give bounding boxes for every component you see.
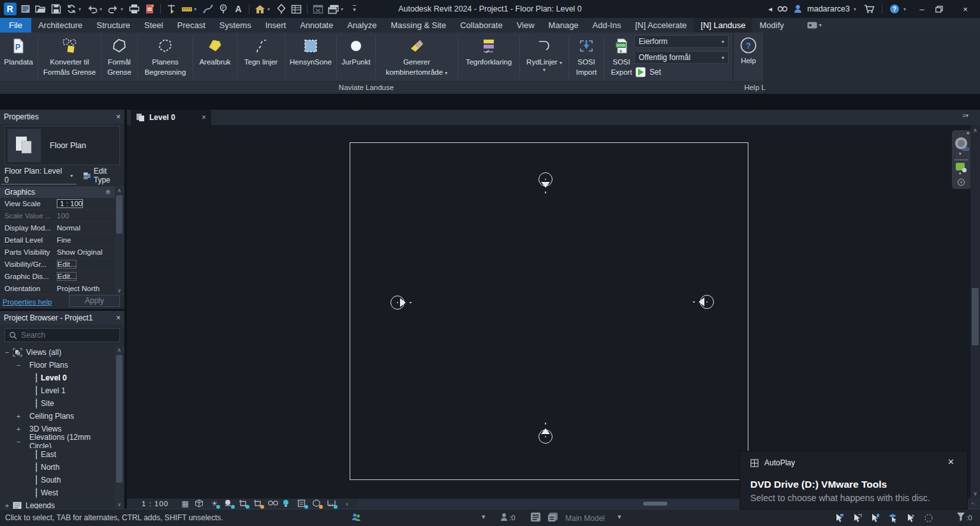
expand-icon[interactable]: + (15, 412, 22, 420)
scroll-down-icon[interactable]: ∨ (115, 502, 124, 507)
tab-insert[interactable]: Insert (258, 18, 293, 33)
properties-panel-header[interactable]: Properties × (0, 110, 124, 124)
select-links-toggle[interactable] (835, 513, 844, 523)
collapse-icon[interactable]: − (15, 361, 22, 369)
username[interactable]: madararce3 (807, 4, 850, 13)
temp-view-icon[interactable] (297, 499, 308, 508)
plandata-button[interactable]: PPlandata (0, 33, 37, 81)
sync-icon[interactable] (64, 3, 78, 16)
shadows-icon[interactable] (224, 499, 234, 508)
crop-view-icon[interactable] (239, 499, 249, 508)
steering-wheel-icon[interactable]: 2D (955, 137, 967, 149)
collapse-section-icon[interactable]: ⟰ (105, 189, 110, 195)
close-icon[interactable]: ✕ (947, 457, 954, 467)
visual-style-icon[interactable] (195, 499, 205, 508)
scrollbar-thumb[interactable] (972, 288, 979, 345)
apply-button[interactable]: Apply (69, 295, 120, 307)
tree-item-level-1[interactable]: Level 1 (0, 384, 115, 397)
close-button[interactable]: × (957, 4, 974, 14)
scroll-up-icon[interactable]: ∧ (115, 188, 124, 193)
tree-item-level-0[interactable]: Level 0 (0, 372, 115, 384)
minimize-button[interactable]: – (914, 4, 930, 14)
close-icon[interactable]: × (202, 113, 206, 122)
home-icon[interactable] (253, 3, 267, 16)
displacement-icon[interactable] (312, 499, 322, 508)
select-by-face-toggle[interactable] (888, 513, 898, 523)
close-icon[interactable]: × (116, 112, 121, 121)
spline-icon[interactable] (201, 3, 214, 16)
chevron-down-icon[interactable]: ▾ (341, 6, 346, 12)
generer-kombinertområde-button[interactable]: Genererkombinertområde ▾ (376, 33, 457, 81)
search-input[interactable] (21, 331, 104, 340)
main-model-icon[interactable] (547, 512, 558, 522)
main-model-dropdown[interactable]: Main Model (565, 514, 605, 523)
chevron-down-icon[interactable]: ▾ (482, 513, 486, 521)
tab--n-landuse[interactable]: [N] Landuse (694, 18, 752, 33)
tree-item-views-all-[interactable]: −Views (all) (0, 346, 115, 359)
tab-annotate[interactable]: Annotate (293, 18, 340, 33)
help-button[interactable]: ? Help (734, 33, 763, 81)
zoom-tool-icon[interactable] (956, 163, 965, 170)
chevron-down-icon[interactable]: ▾ (100, 6, 105, 12)
selection-set-icon[interactable] (924, 513, 933, 523)
graphics-section-header[interactable]: Graphics ⟰ (0, 186, 115, 198)
tab-architecture[interactable]: Architecture (31, 18, 89, 33)
export-icon[interactable] (143, 3, 156, 16)
qat-more[interactable]: ▾ (348, 3, 361, 16)
cart-icon[interactable] (864, 4, 875, 13)
constraints-icon[interactable] (327, 499, 337, 508)
type-selector-value[interactable]: Floor Plan: Level 0 (0, 167, 66, 184)
tree-item-north[interactable]: North (0, 461, 115, 474)
edit-type-button[interactable]: Edit Type (83, 167, 124, 184)
planens-begrensning-button[interactable]: PlanensBegrensning (138, 33, 192, 81)
formål-grense-button[interactable]: FormålGrense (102, 33, 137, 81)
sosi-import-button[interactable]: SOSIImport (570, 33, 603, 81)
properties-scrollbar[interactable]: ∧ ∨ (115, 186, 124, 295)
browser-scrollbar[interactable]: ∧ ∨ (115, 346, 124, 509)
tab-modify[interactable]: Modify (752, 18, 791, 33)
tab-systems[interactable]: Systems (212, 18, 258, 33)
tree-item-east[interactable]: East (0, 448, 115, 461)
open-icon[interactable] (34, 3, 47, 16)
scroll-up-icon[interactable]: ∧ (970, 127, 980, 133)
tree-item-west[interactable]: West (0, 486, 115, 499)
jurpunkt-button[interactable]: JurPunkt (338, 33, 375, 81)
scroll-up-icon[interactable]: ∧ (115, 347, 124, 353)
worksets-icon[interactable] (351, 512, 362, 523)
edit-button[interactable]: Edit... (57, 260, 77, 269)
vertical-scrollbar[interactable]: ∧ ∨ (970, 125, 980, 499)
resize-grip[interactable]: ▪: (972, 500, 976, 506)
search-box[interactable] (4, 328, 120, 342)
collapse-left-icon[interactable]: ‹ (346, 500, 348, 507)
chevron-down-icon[interactable]: ▾ (903, 6, 909, 12)
sun-path-icon[interactable]: ☀ (209, 499, 219, 508)
tab-view[interactable]: View (510, 18, 542, 33)
expand-icon[interactable]: + (15, 425, 22, 433)
scrollbar-thumb[interactable] (116, 195, 122, 234)
rydlinjer-button[interactable]: RydLinjer ▾▾ (521, 33, 568, 81)
reveal-hidden-icon[interactable] (283, 499, 293, 508)
design-options-icon[interactable] (530, 512, 541, 522)
drag-on-selection-toggle[interactable] (906, 513, 916, 523)
properties-help-link[interactable]: Properties help (3, 298, 52, 306)
undo-icon[interactable] (85, 3, 99, 16)
tegn-linjer-button[interactable]: Tegn linjer (238, 33, 284, 81)
section-icon[interactable] (165, 3, 178, 16)
tree-item-ceiling-plans[interactable]: +Ceiling Plans (0, 410, 115, 423)
save-icon[interactable] (49, 3, 63, 16)
type-selector[interactable]: Floor Plan (4, 126, 120, 165)
konverter-til-formåls-grense-button[interactable]: Konverter tilFormåls Grense (39, 33, 100, 81)
tab-structure[interactable]: Structure (89, 18, 137, 33)
ribbon-display-toggle[interactable]: ▾ (791, 18, 829, 33)
chevron-down-icon[interactable]: ▾ (121, 6, 126, 12)
hide-isolate-icon[interactable] (268, 499, 278, 508)
marker-icon[interactable] (274, 3, 288, 16)
tab-manage[interactable]: Manage (542, 18, 586, 33)
tegnforklaring-button[interactable]: Tegnforklaring (459, 33, 519, 81)
collapse-icon[interactable]: − (4, 349, 10, 356)
tab-precast[interactable]: Precast (170, 18, 212, 33)
chevron-down-icon[interactable]: ▾ (618, 513, 621, 521)
tree-item-elevations-12mm-circle-[interactable]: −Elevations (12mm Circle) (0, 435, 115, 448)
tree-item-floor-plans[interactable]: −Floor Plans (0, 359, 115, 372)
scrollbar-thumb[interactable] (116, 355, 122, 483)
